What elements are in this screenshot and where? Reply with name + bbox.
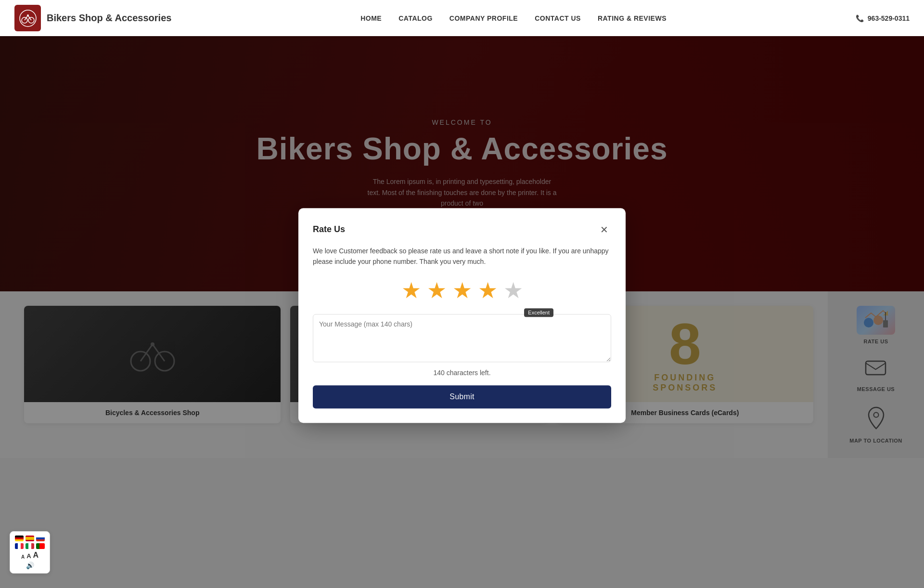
star-2[interactable]: ★ bbox=[427, 278, 447, 304]
char-count: 140 characters left. bbox=[313, 369, 611, 377]
star-4[interactable]: ★ bbox=[478, 278, 498, 304]
phone-number: 963-529-0311 bbox=[868, 14, 910, 22]
modal-description: We love Customer feedback so please rate… bbox=[313, 246, 611, 267]
rate-us-modal: Rate Us ✕ We love Customer feedback so p… bbox=[298, 208, 626, 423]
nav-rating-reviews[interactable]: RATING & REVIEWS bbox=[598, 14, 667, 22]
logo-text: Bikers Shop & Accessories bbox=[47, 13, 171, 24]
star-1[interactable]: ★ bbox=[401, 278, 421, 304]
logo-icon bbox=[14, 5, 41, 31]
stars-container: ★ ★ ★ ★ ★ Excellent bbox=[313, 278, 611, 304]
phone-icon: 📞 bbox=[856, 14, 864, 22]
modal-close-button[interactable]: ✕ bbox=[597, 222, 611, 237]
header-nav: HOME CATALOG COMPANY PROFILE CONTACT US … bbox=[360, 14, 667, 22]
nav-catalog[interactable]: CATALOG bbox=[398, 14, 433, 22]
header-logo: Bikers Shop & Accessories bbox=[14, 5, 171, 31]
nav-contact-us[interactable]: CONTACT US bbox=[535, 14, 581, 22]
svg-point-3 bbox=[27, 14, 29, 16]
nav-home[interactable]: HOME bbox=[360, 14, 382, 22]
message-input[interactable] bbox=[313, 314, 611, 363]
nav-company-profile[interactable]: COMPANY PROFILE bbox=[449, 14, 518, 22]
star-5[interactable]: ★ bbox=[503, 278, 523, 304]
phone-info: 📞 963-529-0311 bbox=[856, 14, 910, 22]
submit-button[interactable]: Submit bbox=[313, 386, 611, 409]
star-3[interactable]: ★ bbox=[452, 278, 472, 304]
header: Bikers Shop & Accessories HOME CATALOG C… bbox=[0, 0, 924, 36]
modal-header: Rate Us ✕ bbox=[313, 222, 611, 237]
modal-title: Rate Us bbox=[313, 224, 345, 235]
